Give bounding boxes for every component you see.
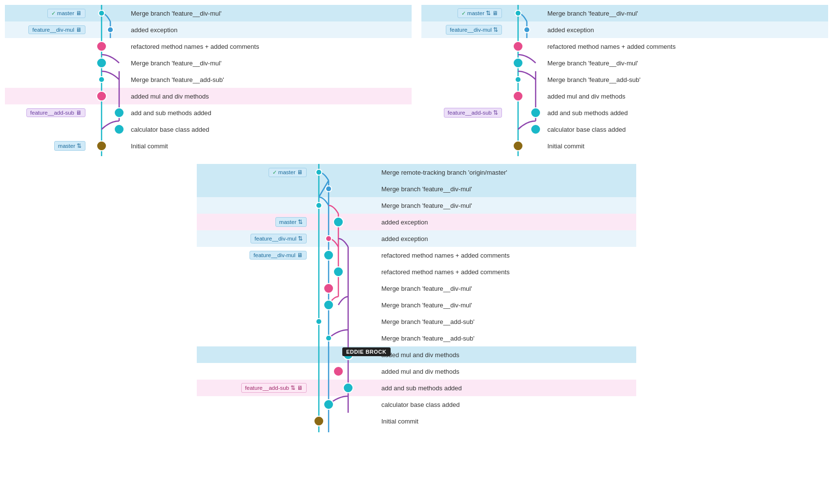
eddie-brock-tooltip: EDDIE BROCK xyxy=(342,347,391,356)
master-sync-label[interactable]: master ⇅ xyxy=(54,141,85,151)
feature-div-mul-sync-label[interactable]: feature__div-mul ⇅ xyxy=(250,234,307,243)
master-label[interactable]: ✓ master 🖥 xyxy=(47,9,85,18)
commit-row: Initial commit xyxy=(197,413,636,429)
check-icon: ✓ xyxy=(51,10,56,17)
commit-message: Merge branch 'feature__div-mul' xyxy=(377,202,636,209)
commit-message: added exception xyxy=(127,26,412,34)
bottom-graph-container: EDDIE BROCK ✓ master 🖥 Merge remote-trac… xyxy=(5,164,828,429)
commit-message: Merge branch 'feature__add-sub' xyxy=(377,335,636,342)
top-right-rows: ✓ master ⇅ 🖥 Merge branch 'feature__div-… xyxy=(421,5,828,154)
top-right-graph: ✓ master ⇅ 🖥 Merge branch 'feature__div-… xyxy=(421,5,828,154)
commit-row: Merge branch 'feature__add-sub' xyxy=(421,71,828,88)
commit-message: calculator base class added xyxy=(377,401,636,408)
commit-row: Merge branch 'feature__add-sub' xyxy=(5,71,412,88)
commit-row: Merge branch 'feature__add-sub' xyxy=(197,313,636,330)
feature-add-sub-label[interactable]: feature__add-sub ⇅ xyxy=(444,108,502,118)
commit-message: add and sub methods added xyxy=(377,384,636,392)
top-left-rows: ✓ master 🖥 Merge branch 'feature__div-mu… xyxy=(5,5,412,154)
commit-row: added mul and div methods xyxy=(5,88,412,104)
commit-row: ✓ master 🖥 Merge branch 'feature__div-mu… xyxy=(5,5,412,21)
commit-message: Initial commit xyxy=(127,142,412,150)
commit-message: Merge branch 'feature__div-mul' xyxy=(377,285,636,292)
check-icon: ✓ xyxy=(272,169,277,176)
sync-icon: ⇅ xyxy=(486,10,491,17)
page: ✓ master 🖥 Merge branch 'feature__div-mu… xyxy=(0,0,833,504)
commit-message: Merge branch 'feature__add-sub' xyxy=(377,318,636,325)
master-label[interactable]: ✓ master ⇅ 🖥 xyxy=(458,8,502,18)
commit-row: ✓ master 🖥 Merge remote-tracking branch … xyxy=(197,164,636,181)
commit-message: Merge branch 'feature__div-mul' xyxy=(127,60,412,67)
commit-row: feature__add-sub ⇅ 🖥 add and sub methods… xyxy=(197,380,636,396)
commit-message: Initial commit xyxy=(543,142,828,150)
commit-message: add and sub methods added xyxy=(543,109,828,117)
commit-row: feature__div-mul ⇅ added exception xyxy=(421,21,828,38)
top-left-graph: ✓ master 🖥 Merge branch 'feature__div-mu… xyxy=(5,5,412,154)
commit-message: calculator base class added xyxy=(127,126,412,133)
feature-add-sub-combined-label[interactable]: feature__add-sub ⇅ 🖥 xyxy=(241,383,307,393)
bottom-graph: EDDIE BROCK ✓ master 🖥 Merge remote-trac… xyxy=(197,164,636,429)
commit-message: added mul and div methods xyxy=(377,351,636,359)
commit-message: refactored method names + added comments xyxy=(543,43,828,50)
commit-message: Merge branch 'feature__div-mul' xyxy=(543,60,828,67)
commit-row: master ⇅ Initial commit xyxy=(5,138,412,154)
commit-row: Merge branch 'feature__div-mul' xyxy=(5,55,412,71)
sync-icon: ⇅ xyxy=(298,219,303,225)
bottom-rows: ✓ master 🖥 Merge remote-tracking branch … xyxy=(197,164,636,429)
commit-row: refactored method names + added comments xyxy=(5,38,412,55)
commit-row: added mul and div methods xyxy=(197,346,636,363)
commit-row: Merge branch 'feature__add-sub' xyxy=(197,330,636,346)
commit-row: ✓ master ⇅ 🖥 Merge branch 'feature__div-… xyxy=(421,5,828,21)
commit-row: added mul and div methods xyxy=(421,88,828,104)
commit-message: added mul and div methods xyxy=(543,93,828,100)
commit-row: feature__div-mul 🖥 refactored method nam… xyxy=(197,247,636,263)
commit-row: calculator base class added xyxy=(421,121,828,138)
commit-message: added exception xyxy=(543,26,828,34)
master-sync-label-bottom[interactable]: master ⇅ xyxy=(275,217,307,227)
sync-icon: ⇅ xyxy=(291,384,295,391)
master-check-label[interactable]: ✓ master 🖥 xyxy=(269,168,307,177)
commit-message: Merge branch 'feature__div-mul' xyxy=(377,185,636,193)
commit-row: calculator base class added xyxy=(197,396,636,413)
commit-message: refactored method names + added comments xyxy=(377,268,636,276)
commit-row: Merge branch 'feature__div-mul' xyxy=(197,280,636,297)
commit-message: add and sub methods added xyxy=(127,109,412,117)
commit-row: added mul and div methods xyxy=(197,363,636,380)
sync-icon: ⇅ xyxy=(77,142,82,149)
feature-div-mul-monitor-label[interactable]: feature__div-mul 🖥 xyxy=(250,251,307,260)
monitor-icon: 🖥 xyxy=(76,10,82,16)
monitor-icon: 🖥 xyxy=(297,169,303,175)
commit-message: Merge branch 'feature__add-sub' xyxy=(543,76,828,83)
commit-row: feature__add-sub 🖥 add and sub methods a… xyxy=(5,104,412,121)
commit-row: feature__div-mul ⇅ added exception xyxy=(197,230,636,247)
check-icon: ✓ xyxy=(461,10,466,17)
commit-message: added exception xyxy=(377,219,636,226)
commit-row: Merge branch 'feature__div-mul' xyxy=(197,197,636,214)
commit-message: Merge remote-tracking branch 'origin/mas… xyxy=(377,169,636,176)
commit-row: calculator base class added xyxy=(5,121,412,138)
commit-message: calculator base class added xyxy=(543,126,828,133)
commit-row: refactored method names + added comments xyxy=(197,263,636,280)
commit-message: added mul and div methods xyxy=(127,93,412,100)
monitor-icon: 🖥 xyxy=(76,27,82,33)
commit-message: Merge branch 'feature__add-sub' xyxy=(127,76,412,83)
monitor-icon: 🖥 xyxy=(297,385,303,391)
sync-icon: ⇅ xyxy=(298,235,303,242)
commit-message: added mul and div methods xyxy=(377,368,636,375)
commit-row: master ⇅ added exception xyxy=(197,214,636,230)
top-graphs-row: ✓ master 🖥 Merge branch 'feature__div-mu… xyxy=(5,5,828,154)
commit-row: refactored method names + added comments xyxy=(421,38,828,55)
sync-icon: ⇅ xyxy=(493,109,498,116)
monitor-icon: 🖥 xyxy=(297,252,303,258)
feature-add-sub-label[interactable]: feature__add-sub 🖥 xyxy=(26,108,85,117)
monitor-icon: 🖥 xyxy=(492,10,498,16)
commit-message: Initial commit xyxy=(377,418,636,425)
feature-div-mul-label[interactable]: feature__div-mul 🖥 xyxy=(28,25,85,34)
commit-message: Merge branch 'feature__div-mul' xyxy=(543,10,828,17)
monitor-icon: 🖥 xyxy=(76,110,82,116)
commit-message: Merge branch 'feature__div-mul' xyxy=(377,302,636,309)
commit-row: feature__add-sub ⇅ add and sub methods a… xyxy=(421,104,828,121)
commit-message: Merge branch 'feature__div-mul' xyxy=(127,10,412,17)
commit-message: added exception xyxy=(377,235,636,242)
feature-div-mul-label[interactable]: feature__div-mul ⇅ xyxy=(446,25,502,35)
sync-icon: ⇅ xyxy=(493,26,498,33)
